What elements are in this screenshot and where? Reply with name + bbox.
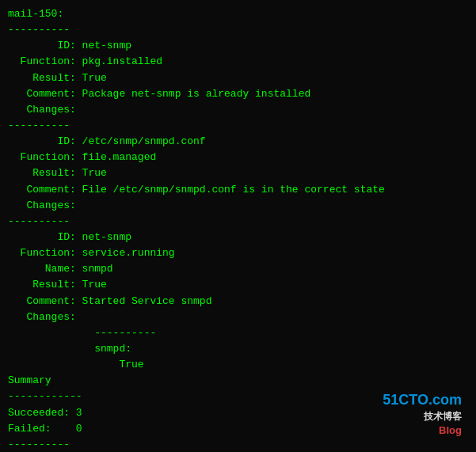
terminal-line: ---------- [8, 214, 468, 230]
terminal-line: Comment: File /etc/snmp/snmpd.conf is in… [8, 182, 468, 198]
terminal-line: ---------- [8, 22, 468, 38]
terminal-line: Summary [8, 373, 468, 389]
terminal-line: Changes: [8, 102, 468, 118]
terminal-line: Result: True [8, 277, 468, 293]
terminal-line: ID: /etc/snmp/snmpd.conf [8, 134, 468, 150]
terminal-line: ---------- [8, 325, 468, 341]
terminal-line: ID: net-snmp [8, 38, 468, 54]
watermark-brand-suffix: .com [428, 392, 462, 408]
terminal-line: Function: pkg.installed [8, 54, 468, 70]
terminal-line: Comment: Package net-snmp is already ins… [8, 86, 468, 102]
terminal-line: Result: True [8, 165, 468, 181]
watermark-brand: 51CTO.com [383, 390, 462, 410]
watermark-sub: 技术博客 [383, 410, 462, 424]
terminal-line: True [8, 357, 468, 373]
terminal-line: mail-150: [8, 6, 468, 22]
terminal-line: Comment: Started Service snmpd [8, 294, 468, 310]
terminal-line: Result: True [8, 70, 468, 86]
terminal-line: Name: snmpd [8, 261, 468, 277]
terminal-line: Function: file.managed [8, 150, 468, 165]
terminal-line: ---------- [8, 118, 468, 134]
terminal-line: Changes: [8, 198, 468, 214]
terminal-line: ID: net-snmp [8, 230, 468, 245]
watermark-blog: Blog [383, 424, 462, 438]
terminal-line: ---------- [8, 437, 468, 452]
terminal-line: Changes: [8, 310, 468, 325]
terminal-output: mail-150:---------- ID: net-snmp Functio… [0, 0, 476, 452]
watermark: 51CTO.com 技术博客 Blog [383, 390, 462, 438]
watermark-brand-text: 51CTO [383, 392, 428, 408]
terminal-line: snmpd: [8, 341, 468, 357]
terminal-line: Function: service.running [8, 245, 468, 261]
